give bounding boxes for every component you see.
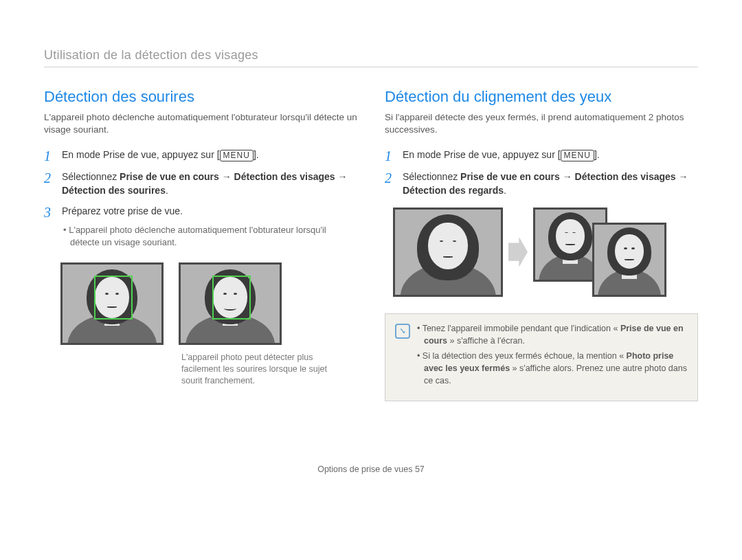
- note-item: • Si la détection des yeux fermés échoue…: [417, 350, 688, 387]
- step-text: Sélectionnez Prise de vue en cours → Dét…: [62, 170, 357, 197]
- step-row: 2 Sélectionnez Prise de vue en cours → D…: [385, 170, 698, 197]
- figure-caption: L'appareil photo peut détecter plus faci…: [181, 352, 339, 387]
- t: » s'affiche à l'écran.: [447, 336, 525, 346]
- t: Sélectionnez: [62, 171, 120, 182]
- step-text-span: En mode Prise de vue, appuyez sur: [62, 149, 217, 160]
- t: Prise de vue en cours: [120, 171, 219, 182]
- arrow-right-icon: [508, 237, 528, 267]
- section-title-blink: Détection du clignement des yeux: [385, 88, 698, 106]
- page-footer: Options de prise de vues 57: [44, 464, 698, 474]
- left-column: Détection des sourires L'appareil photo …: [44, 88, 357, 401]
- note-icon: [395, 324, 410, 339]
- example-photo-neutral: [60, 262, 164, 345]
- menu-button-label: MENU: [561, 150, 594, 161]
- right-column: Détection du clignement des yeux Si l'ap…: [385, 88, 698, 401]
- t: →: [676, 171, 688, 182]
- t: .: [166, 185, 168, 196]
- example-photo-smile: [179, 262, 282, 345]
- section-intro: L'appareil photo déclenche automatiqueme…: [44, 111, 357, 136]
- t: Prise de vue en cours: [460, 171, 560, 182]
- step-row: 1 En mode Prise de vue, appuyez sur [MEN…: [44, 148, 357, 164]
- step-text: En mode Prise de vue, appuyez sur [MENU]…: [403, 148, 698, 162]
- t: En mode Prise de vue, appuyez sur: [403, 149, 558, 160]
- page-header: Utilisation de la détection des visages: [44, 48, 698, 67]
- face-detection-frame: [212, 276, 251, 320]
- t: L'appareil photo déclenche automatiqueme…: [69, 225, 326, 247]
- note-body: • Tenez l'appareil immobile pendant que …: [417, 322, 688, 390]
- t: Sélectionnez: [403, 171, 460, 182]
- result-photo: [592, 223, 666, 297]
- info-note-box: • Tenez l'appareil immobile pendant que …: [385, 313, 698, 402]
- step-row: 2 Sélectionnez Prise de vue en cours → D…: [44, 170, 357, 197]
- step-text: Sélectionnez Prise de vue en cours → Dét…: [403, 170, 698, 197]
- t: →: [335, 171, 348, 182]
- result-photo-pair: [533, 208, 671, 297]
- step-number: 1: [385, 148, 396, 164]
- smile-figures: [60, 262, 357, 345]
- t: →: [560, 171, 575, 182]
- t: .: [504, 185, 506, 196]
- manual-page: Utilisation de la détection des visages …: [0, 0, 742, 488]
- step-text: Préparez votre prise de vue.: [62, 205, 357, 219]
- t: Détection des regards: [403, 185, 504, 196]
- example-photo-eyes-closed: [393, 208, 503, 297]
- t: Si la détection des yeux fermés échoue, …: [423, 351, 627, 361]
- section-title-smile: Détection des sourires: [44, 88, 357, 106]
- face-detection-frame: [94, 276, 133, 320]
- step-subtext: • L'appareil photo déclenche automatique…: [63, 224, 357, 249]
- step-row: 1 En mode Prise de vue, appuyez sur [MEN…: [385, 148, 698, 164]
- step-number: 1: [44, 148, 55, 164]
- note-item: • Tenez l'appareil immobile pendant que …: [417, 322, 688, 347]
- t: Tenez l'appareil immobile pendant que l'…: [423, 324, 620, 333]
- section-intro: Si l'appareil détecte des yeux fermés, i…: [385, 111, 698, 136]
- two-column-layout: Détection des sourires L'appareil photo …: [44, 88, 698, 401]
- step-number: 3: [44, 205, 55, 220]
- menu-button-label: MENU: [220, 150, 254, 161]
- footer-label: Options de prise de vues: [317, 464, 415, 474]
- t: Détection des visages: [575, 171, 676, 182]
- page-number: 57: [415, 464, 425, 474]
- t: Détection des sourires: [62, 185, 166, 196]
- step-number: 2: [385, 170, 396, 186]
- step-number: 2: [44, 170, 55, 186]
- blink-figure-row: [393, 208, 698, 297]
- step-row: 3 Préparez votre prise de vue.: [44, 205, 357, 220]
- t: Détection des visages: [234, 171, 335, 182]
- t: →: [219, 171, 234, 182]
- step-text: En mode Prise de vue, appuyez sur [MENU]…: [62, 148, 357, 162]
